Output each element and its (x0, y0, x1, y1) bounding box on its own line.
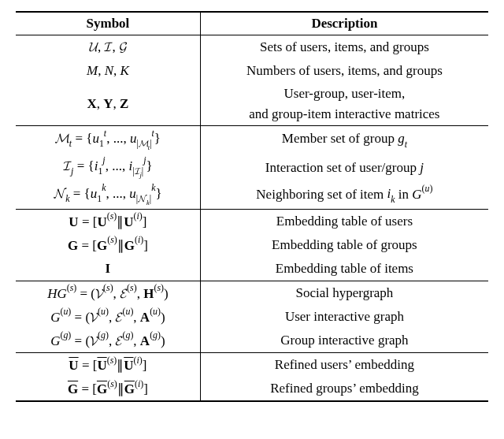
description-cell: Social hypergraph (200, 281, 488, 305)
description-cell: User-group, user-item,and group-item int… (200, 82, 488, 126)
description-cell: User interactive graph (200, 305, 488, 329)
symbol-cell: HG(s) = (𝓥(s), 𝓔(s), H(s)) (16, 281, 200, 305)
symbol-cell: 𝓤, 𝓘, 𝓖 (16, 35, 200, 59)
table-row: 𝓤, 𝓘, 𝓖Sets of users, items, and groups (16, 35, 488, 59)
table-row: G = [G(s)∥G(i)]Refined groups’ embedding (16, 377, 488, 401)
symbol-cell: U = [U(s)∥U(i)] (16, 210, 200, 233)
symbol-cell: G(u) = (𝓥(u), 𝓔(u), A(u)) (16, 305, 200, 329)
table-body: 𝓤, 𝓘, 𝓖Sets of users, items, and groupsM… (16, 35, 488, 402)
symbol-cell: M, N, K (16, 59, 200, 83)
symbol-cell: G(g) = (𝓥(g), 𝓔(g), A(g)) (16, 329, 200, 353)
table-header-row: Symbol Description (16, 12, 488, 35)
description-cell: Embedding table of items (200, 257, 488, 281)
table-row: G = [G(s)∥G(i)]Embedding table of groups (16, 233, 488, 257)
table-row: G(u) = (𝓥(u), 𝓔(u), A(u))User interactiv… (16, 305, 488, 329)
table-row: HG(s) = (𝓥(s), 𝓔(s), H(s))Social hypergr… (16, 281, 488, 305)
symbol-cell: G = [G(s)∥G(i)] (16, 377, 200, 401)
symbol-cell: 𝓝k = {u1k, ..., u|𝓝k|k} (16, 181, 200, 209)
description-cell: Numbers of users, items, and groups (200, 59, 488, 83)
description-cell: Embedding table of groups (200, 233, 488, 257)
table-row: X, Y, ZUser-group, user-item,and group-i… (16, 82, 488, 126)
description-cell: Refined groups’ embedding (200, 377, 488, 401)
table-row: U = [U(s)∥U(i)]Refined users’ embedding (16, 353, 488, 377)
description-cell: Sets of users, items, and groups (200, 35, 488, 59)
description-cell: Member set of group gt (200, 126, 488, 154)
symbol-cell: 𝓘j = {i1j, ..., i|𝓘j|j} (16, 154, 200, 181)
symbol-cell: 𝓜t = {u1t, ..., u|𝓜t|t} (16, 126, 200, 154)
description-cell: Interaction set of user/group j (200, 154, 488, 181)
table-row: 𝓘j = {i1j, ..., i|𝓘j|j}Interaction set o… (16, 154, 488, 181)
description-cell: Embedding table of users (200, 210, 488, 233)
table-row: G(g) = (𝓥(g), 𝓔(g), A(g))Group interacti… (16, 329, 488, 353)
table-row: 𝓝k = {u1k, ..., u|𝓝k|k}Neighboring set o… (16, 181, 488, 209)
table-row: M, N, KNumbers of users, items, and grou… (16, 59, 488, 83)
symbol-cell: I (16, 257, 200, 281)
col-header-symbol: Symbol (16, 12, 200, 35)
description-cell: Group interactive graph (200, 329, 488, 353)
table-row: U = [U(s)∥U(i)]Embedding table of users (16, 210, 488, 233)
table-row: 𝓜t = {u1t, ..., u|𝓜t|t}Member set of gro… (16, 126, 488, 154)
description-cell: Neighboring set of item ik in G(u) (200, 181, 488, 209)
description-cell: Refined users’ embedding (200, 353, 488, 377)
col-header-description: Description (200, 12, 488, 35)
notation-table: Symbol Description 𝓤, 𝓘, 𝓖Sets of users,… (16, 11, 488, 402)
table-row: IEmbedding table of items (16, 257, 488, 281)
symbol-cell: U = [U(s)∥U(i)] (16, 353, 200, 377)
symbol-cell: X, Y, Z (16, 82, 200, 126)
symbol-cell: G = [G(s)∥G(i)] (16, 233, 200, 257)
